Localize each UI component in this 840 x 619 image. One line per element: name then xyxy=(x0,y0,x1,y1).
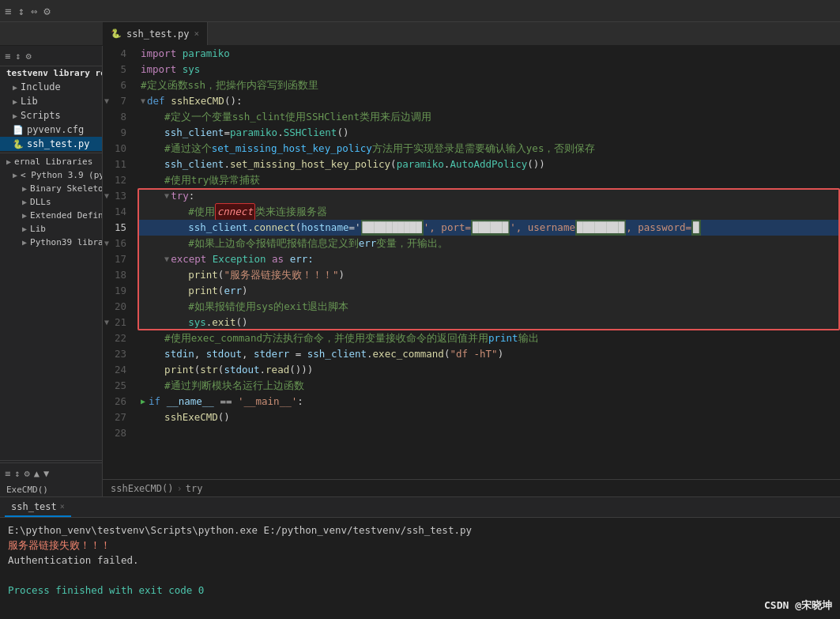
fold-icon-7[interactable]: ▼ xyxy=(104,93,109,109)
code-line-12: #使用try做异常捕获 xyxy=(137,172,840,188)
sidebar-divider xyxy=(0,153,102,153)
sidebar-gear-icon[interactable]: ⚙ xyxy=(25,51,31,62)
code-line-18: print("服务器链接失败！！！") xyxy=(137,267,840,283)
sidebar-item-label: DLLs xyxy=(30,197,51,207)
sidebar-item-dlls[interactable]: ▶ DLLs xyxy=(0,195,102,209)
line-num-20: 20 xyxy=(103,299,131,315)
terminal-line-1: E:\python_venv\testvenv\Scripts\python.e… xyxy=(8,523,832,538)
sidebar-project-root[interactable]: testvenv library root xyxy=(0,66,102,80)
line-num-8: 8 xyxy=(103,109,131,125)
sidebar-bottom-gear-icon[interactable]: ⚙ xyxy=(24,468,29,479)
active-tab[interactable]: 🐍 ssh_test.py × xyxy=(103,22,208,45)
code-line-10: #通过这个set_missing_host_key_policy方法用于实现登录… xyxy=(137,141,840,157)
code-line-17: ▼except Exception as err: xyxy=(137,251,840,267)
terminal-auth-fail: Authentication failed. xyxy=(8,554,139,566)
sidebar-item-python39-lib[interactable]: ▶ Python39 library ro xyxy=(0,236,102,249)
chevron-icon: ▶ xyxy=(6,157,11,166)
line-num-27: 27 xyxy=(103,410,131,425)
sidebar-item-label: pyvenv.cfg xyxy=(27,124,84,135)
line-num-7: ▼ 7 xyxy=(103,93,131,109)
swap-icon[interactable]: ⇔ xyxy=(31,5,37,17)
sidebar-item-external-libs[interactable]: ▶ ernal Libraries xyxy=(0,155,102,168)
line-num-25: 25 xyxy=(103,378,131,394)
line-numbers: 4 5 6 ▼ 7 8 9 10 11 12 ▼ 13 14 15 xyxy=(103,46,137,479)
sidebar-item-label: Include xyxy=(21,81,61,92)
main-area: ≡ ↕ ⚙ testvenv library root ▶ Include ▶ … xyxy=(0,46,840,496)
sidebar: ≡ ↕ ⚙ testvenv library root ▶ Include ▶ … xyxy=(0,46,103,496)
line-num-26: 26 xyxy=(103,394,131,410)
sidebar-item-pyvenv[interactable]: 📄 pyvenv.cfg xyxy=(0,123,102,137)
chevron-icon: ▶ xyxy=(22,211,27,220)
line-num-15: 15 xyxy=(103,220,131,236)
chevron-icon: ▶ xyxy=(22,225,27,233)
settings-icon[interactable]: ⚙ xyxy=(43,5,50,17)
sidebar-item-scripts[interactable]: ▶ Scripts xyxy=(0,108,102,123)
sidebar-item-label: Python39 library ro xyxy=(30,237,102,247)
code-line-4: import paramiko xyxy=(137,46,840,62)
line-num-12: 12 xyxy=(103,172,131,188)
sidebar-item-ssh-test[interactable]: 🐍 ssh_test.py xyxy=(0,137,102,151)
code-line-27: sshExeCMD() xyxy=(137,410,840,425)
chevron-icon: ▶ xyxy=(13,111,17,120)
line-num-17: 17 xyxy=(103,251,131,267)
code-line-22: #使用exec_command方法执行命令，并使用变量接收命令的返回值并用pri… xyxy=(137,330,840,346)
sidebar-menu-icon[interactable]: ≡ xyxy=(5,51,10,62)
code-line-23: stdin, stdout, stderr = ssh_client.exec_… xyxy=(137,346,840,362)
code-line-28 xyxy=(137,425,840,441)
sidebar-bottom-menu-icon[interactable]: ≡ xyxy=(5,468,10,479)
terminal-line-4 xyxy=(8,568,832,583)
line-num-4: 4 xyxy=(103,46,131,62)
fold-icon-13[interactable]: ▼ xyxy=(104,188,109,204)
code-editor[interactable]: import paramiko import sys #定义函数ssh，把操作内… xyxy=(137,46,840,479)
line-num-16: ▼ 16 xyxy=(103,236,131,251)
fold-icon-16[interactable]: ▼ xyxy=(104,236,109,251)
tab-close-button[interactable]: × xyxy=(194,28,199,39)
sidebar-sort-icon[interactable]: ↕ xyxy=(15,51,21,62)
sidebar-bottom-sort-icon[interactable]: ↕ xyxy=(14,468,20,479)
fold-icon-21[interactable]: ▼ xyxy=(104,315,109,330)
code-line-6: #定义函数ssh，把操作内容写到函数里 xyxy=(137,77,840,93)
sidebar-item-binary[interactable]: ▶ Binary Skeletons xyxy=(0,182,102,195)
sidebar-item-python39[interactable]: ▶ < Python 3.9 (python xyxy=(0,168,102,182)
breadcrumb-func[interactable]: sshExeCMD() xyxy=(111,483,173,494)
code-line-7: ▼def sshExeCMD(): xyxy=(137,93,840,109)
code-line-8: #定义一个变量ssh_clint使用SSHClient类用来后边调用 xyxy=(137,109,840,125)
sidebar-item-include[interactable]: ▶ Include xyxy=(0,80,102,94)
code-container[interactable]: 4 5 6 ▼ 7 8 9 10 11 12 ▼ 13 14 15 xyxy=(103,46,840,479)
sidebar-item-label: Lib xyxy=(21,96,38,107)
line-num-19: 19 xyxy=(103,283,131,299)
terminal-exit-text: Process finished with exit code 0 xyxy=(8,584,204,596)
sidebar-bottom-divider xyxy=(0,460,102,461)
terminal-content[interactable]: E:\python_venv\testvenv\Scripts\python.e… xyxy=(0,518,840,619)
sidebar-down-icon[interactable]: ▼ xyxy=(43,468,49,479)
breadcrumb-block[interactable]: try xyxy=(186,483,203,494)
sidebar-item-extended[interactable]: ▶ Extended Definitio xyxy=(0,209,102,222)
line-num-11: 11 xyxy=(103,157,131,172)
line-num-24: 24 xyxy=(103,362,131,378)
sidebar-item-label: Scripts xyxy=(21,110,61,121)
terminal-tab-close[interactable]: × xyxy=(60,502,65,511)
chevron-icon: ▶ xyxy=(13,97,17,106)
sidebar-item-label: Extended Definitio xyxy=(30,210,102,221)
sidebar-item-lib[interactable]: ▶ Lib xyxy=(0,94,102,108)
python-icon: 🐍 xyxy=(13,139,24,149)
chevron-icon: ▶ xyxy=(22,238,27,247)
sort-icon[interactable]: ↕ xyxy=(17,5,24,17)
tab-filename: ssh_test.py xyxy=(126,28,189,40)
line-num-6: 6 xyxy=(103,77,131,93)
line-num-21: ▼ 21 xyxy=(103,315,131,330)
code-line-11: ssh_client.set_missing_host_key_policy(p… xyxy=(137,157,840,172)
code-line-24: print(str(stdout.read())) xyxy=(137,362,840,378)
sidebar-up-icon[interactable]: ▲ xyxy=(34,468,40,479)
sidebar-item-lib2[interactable]: ▶ Lib xyxy=(0,222,102,236)
menu-icon[interactable]: ≡ xyxy=(5,5,11,17)
code-line-9: ssh_client=paramiko.SSHClient() xyxy=(137,125,840,141)
sidebar-bottom-toolbar: ≡ ↕ ⚙ ▲ ▼ xyxy=(0,462,102,483)
code-line-21: sys.exit() xyxy=(137,315,840,330)
code-line-16: #如果上边命令报错吧报错信息定义到err变量，开输出。 xyxy=(137,236,840,251)
line-num-23: 23 xyxy=(103,346,131,362)
file-icon: 📄 xyxy=(13,125,24,135)
code-line-25: #通过判断模块名运行上边函数 xyxy=(137,378,840,394)
sidebar-item-label: ernal Libraries xyxy=(14,157,92,167)
terminal-tab-ssh[interactable]: ssh_test × xyxy=(5,497,71,517)
